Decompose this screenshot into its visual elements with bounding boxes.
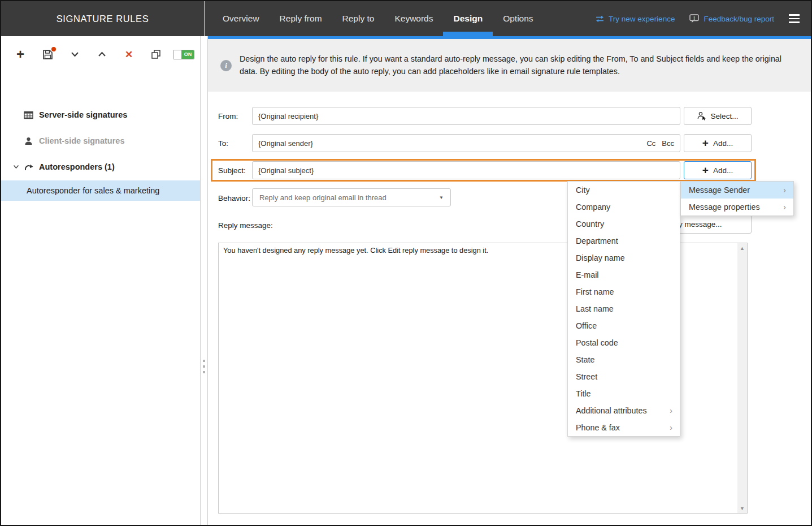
caret-down-icon: ▼: [439, 195, 444, 200]
try-new-experience-link[interactable]: Try new experience: [595, 15, 675, 23]
plus-icon: +: [702, 137, 709, 148]
add-subject-button[interactable]: + Add...: [684, 161, 752, 179]
menu-item-department[interactable]: Department: [568, 232, 680, 249]
add-placeholder-menu: Message Sender › Message properties ›: [680, 181, 794, 216]
info-banner: i Design the auto reply for this rule. I…: [208, 39, 811, 92]
sidebar-splitter[interactable]: [200, 36, 208, 525]
move-down-button[interactable]: [61, 44, 88, 64]
tab-keywords[interactable]: Keywords: [384, 1, 443, 36]
scroll-up-icon[interactable]: ▲: [737, 243, 747, 253]
select-user-icon: [697, 111, 706, 120]
copy-icon: [151, 49, 161, 59]
sidebar-rule-autoresponder-sales-marketing[interactable]: Autoresponder for sales & marketing: [1, 180, 200, 201]
sender-attributes-menu: City Company Country Department Display …: [567, 181, 680, 437]
sidebar-item-label: Client-side signatures: [39, 136, 124, 145]
menu-item-email[interactable]: E-mail: [568, 266, 680, 283]
info-text: Design the auto reply for this rule. If …: [240, 53, 794, 77]
subject-input[interactable]: {Original subject}: [252, 161, 680, 179]
cc-link[interactable]: Cc: [646, 139, 655, 148]
plus-icon: +: [16, 48, 24, 61]
save-icon: [42, 49, 53, 60]
menu-item-message-sender[interactable]: Message Sender ›: [681, 182, 793, 199]
toggle-knob: [173, 50, 182, 59]
save-button[interactable]: [34, 44, 61, 64]
chevron-right-icon: ›: [670, 423, 672, 432]
menu-item-phone-fax[interactable]: Phone & fax ›: [568, 419, 680, 436]
chevron-right-icon: ›: [670, 406, 672, 415]
bcc-link[interactable]: Bcc: [662, 139, 674, 148]
chevron-down-icon: [71, 51, 79, 57]
menu-item-last-name[interactable]: Last name: [568, 300, 680, 317]
menu-item-office[interactable]: Office: [568, 317, 680, 334]
sidebar: +: [1, 36, 200, 525]
select-button[interactable]: Select...: [684, 107, 752, 125]
menu-item-city[interactable]: City: [568, 182, 680, 199]
sidebar-item-label: Autoresponders (1): [39, 162, 115, 171]
chevron-up-icon: [98, 51, 106, 57]
chevron-right-icon: ›: [783, 202, 786, 212]
duplicate-rule-button[interactable]: [142, 44, 170, 64]
add-to-button[interactable]: + Add...: [684, 134, 752, 152]
menu-item-country[interactable]: Country: [568, 215, 680, 232]
menu-item-state[interactable]: State: [568, 351, 680, 368]
info-icon: i: [220, 60, 232, 71]
tab-design[interactable]: Design: [443, 1, 493, 36]
menu-item-first-name[interactable]: First name: [568, 283, 680, 300]
sidebar-item-label: Server-side signatures: [39, 110, 127, 119]
behavior-select[interactable]: Reply and keep original email in thread …: [252, 188, 451, 206]
tab-reply-from[interactable]: Reply from: [270, 1, 332, 36]
person-icon: [24, 136, 35, 146]
scroll-down-icon[interactable]: ▼: [737, 503, 747, 513]
plus-icon: +: [702, 165, 709, 175]
behavior-label: Behavior:: [218, 194, 250, 202]
subject-label: Subject:: [218, 166, 246, 175]
toggle-on-label: ON: [182, 50, 194, 59]
svg-text:!: !: [693, 15, 695, 21]
expander-chevron-icon[interactable]: [13, 165, 19, 169]
feedback-bubble-icon: !: [689, 14, 700, 23]
menu-item-street[interactable]: Street: [568, 368, 680, 385]
add-rule-button[interactable]: +: [7, 44, 34, 64]
menu-item-title[interactable]: Title: [568, 385, 680, 402]
sidebar-item-server-side-signatures[interactable]: Server-side signatures: [1, 106, 200, 124]
page-title: SIGNATURE RULES: [1, 1, 205, 36]
from-input[interactable]: {Original recipient}: [252, 107, 680, 125]
to-input[interactable]: {Original sender} Cc Bcc: [252, 134, 680, 152]
menu-item-additional-attributes[interactable]: Additional attributes ›: [568, 402, 680, 419]
autoreply-arrow-icon: [24, 163, 35, 171]
app-window: SIGNATURE RULES Overview Reply from Repl…: [0, 0, 812, 526]
reply-message-label: Reply message:: [218, 221, 273, 230]
header-actions: Try new experience ! Feedback/bug report: [595, 1, 811, 36]
tab-bar: Overview Reply from Reply to Keywords De…: [205, 1, 544, 36]
menu-item-postal-code[interactable]: Postal code: [568, 334, 680, 351]
swap-arrows-icon: [595, 15, 605, 23]
splitter-grip-icon: [203, 360, 205, 373]
sidebar-item-client-side-signatures[interactable]: Client-side signatures: [1, 132, 200, 150]
menu-item-display-name[interactable]: Display name: [568, 249, 680, 266]
sidebar-item-autoresponders[interactable]: Autoresponders (1): [1, 158, 200, 176]
cc-bcc-links: Cc Bcc: [646, 139, 674, 148]
header: SIGNATURE RULES Overview Reply from Repl…: [1, 1, 811, 36]
to-label: To:: [218, 139, 228, 148]
menu-icon[interactable]: [789, 14, 800, 23]
tab-options[interactable]: Options: [493, 1, 543, 36]
tab-reply-to[interactable]: Reply to: [332, 1, 385, 36]
menu-item-message-properties[interactable]: Message properties ›: [681, 199, 793, 215]
sidebar-toolbar: +: [7, 43, 200, 66]
vertical-scrollbar[interactable]: ▲ ▼: [737, 243, 747, 513]
rule-name: Autoresponder for sales & marketing: [27, 186, 159, 195]
tab-overview[interactable]: Overview: [212, 1, 270, 36]
delete-icon: ✕: [125, 50, 133, 59]
from-label: From:: [218, 112, 238, 120]
rule-on-toggle[interactable]: ON: [173, 50, 194, 59]
grid-icon: [24, 110, 35, 120]
move-up-button[interactable]: [88, 44, 115, 64]
delete-rule-button[interactable]: ✕: [115, 44, 142, 64]
feedback-link[interactable]: ! Feedback/bug report: [689, 14, 774, 23]
menu-item-company[interactable]: Company: [568, 199, 680, 215]
chevron-right-icon: ›: [783, 186, 786, 195]
unsaved-changes-dot: [51, 47, 56, 51]
